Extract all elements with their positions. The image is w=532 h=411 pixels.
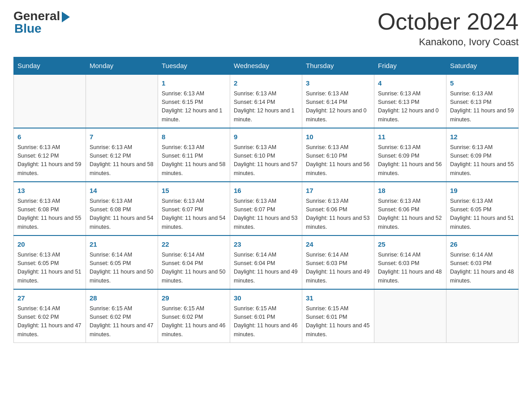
day-number: 10 [306,132,370,142]
calendar-cell: 11Sunrise: 6:13 AMSunset: 6:09 PMDayligh… [374,128,446,182]
day-info: Sunrise: 6:13 AMSunset: 6:09 PMDaylight:… [378,143,442,178]
col-friday: Friday [374,57,446,75]
col-tuesday: Tuesday [158,57,230,75]
location-title: Kanakono, Ivory Coast [378,36,519,48]
day-info: Sunrise: 6:13 AMSunset: 6:07 PMDaylight:… [162,197,226,232]
day-number: 19 [450,186,515,196]
day-number: 27 [17,293,82,304]
day-info: Sunrise: 6:13 AMSunset: 6:09 PMDaylight:… [450,143,515,178]
month-title: October 2024 [378,9,519,34]
logo-blue-text: Blue [14,21,42,36]
day-info: Sunrise: 6:13 AMSunset: 6:11 PMDaylight:… [162,143,226,178]
day-number: 12 [450,132,515,142]
calendar-cell: 10Sunrise: 6:13 AMSunset: 6:10 PMDayligh… [302,128,374,182]
day-number: 14 [90,186,154,196]
day-number: 1 [162,78,226,89]
calendar-cell: 1Sunrise: 6:13 AMSunset: 6:15 PMDaylight… [158,74,230,128]
calendar-header-row: Sunday Monday Tuesday Wednesday Thursday… [14,57,519,75]
logo: General Blue [13,9,70,36]
day-info: Sunrise: 6:15 AMSunset: 6:02 PMDaylight:… [162,304,226,339]
calendar-cell: 28Sunrise: 6:15 AMSunset: 6:02 PMDayligh… [86,289,158,343]
calendar-table: Sunday Monday Tuesday Wednesday Thursday… [13,57,519,343]
day-number: 26 [450,240,515,250]
day-number: 30 [234,293,298,304]
day-info: Sunrise: 6:14 AMSunset: 6:04 PMDaylight:… [162,251,226,286]
day-info: Sunrise: 6:14 AMSunset: 6:03 PMDaylight:… [378,251,442,286]
day-number: 29 [162,293,226,304]
calendar-cell: 6Sunrise: 6:13 AMSunset: 6:12 PMDaylight… [14,128,86,182]
day-number: 4 [378,78,442,89]
calendar-cell: 13Sunrise: 6:13 AMSunset: 6:08 PMDayligh… [14,182,86,235]
calendar-cell: 31Sunrise: 6:15 AMSunset: 6:01 PMDayligh… [302,289,374,343]
day-info: Sunrise: 6:13 AMSunset: 6:10 PMDaylight:… [234,143,298,178]
day-info: Sunrise: 6:13 AMSunset: 6:05 PMDaylight:… [17,251,82,286]
day-number: 21 [90,240,154,250]
col-sunday: Sunday [14,57,86,75]
day-info: Sunrise: 6:13 AMSunset: 6:08 PMDaylight:… [90,197,154,232]
calendar-cell: 15Sunrise: 6:13 AMSunset: 6:07 PMDayligh… [158,182,230,235]
day-info: Sunrise: 6:14 AMSunset: 6:04 PMDaylight:… [234,251,298,286]
day-number: 23 [234,240,298,250]
day-number: 3 [306,78,370,89]
page-header: General Blue October 2024 Kanakono, Ivor… [13,9,519,48]
calendar-cell: 14Sunrise: 6:13 AMSunset: 6:08 PMDayligh… [86,182,158,235]
calendar-cell: 20Sunrise: 6:13 AMSunset: 6:05 PMDayligh… [14,235,86,289]
logo-arrow-icon [62,12,70,22]
day-number: 28 [90,293,154,304]
day-info: Sunrise: 6:14 AMSunset: 6:03 PMDaylight:… [450,251,515,286]
day-number: 7 [90,132,154,142]
calendar-cell [14,74,86,128]
calendar-cell: 12Sunrise: 6:13 AMSunset: 6:09 PMDayligh… [446,128,519,182]
day-info: Sunrise: 6:13 AMSunset: 6:07 PMDaylight:… [234,197,298,232]
calendar-cell: 24Sunrise: 6:14 AMSunset: 6:03 PMDayligh… [302,235,374,289]
day-number: 5 [450,78,515,89]
day-info: Sunrise: 6:13 AMSunset: 6:06 PMDaylight:… [378,197,442,232]
calendar-cell: 19Sunrise: 6:13 AMSunset: 6:05 PMDayligh… [446,182,519,235]
day-info: Sunrise: 6:13 AMSunset: 6:13 PMDaylight:… [378,90,442,124]
calendar-cell: 4Sunrise: 6:13 AMSunset: 6:13 PMDaylight… [374,74,446,128]
day-number: 18 [378,186,442,196]
day-number: 31 [306,293,370,304]
title-section: October 2024 Kanakono, Ivory Coast [378,9,519,48]
week-row-3: 13Sunrise: 6:13 AMSunset: 6:08 PMDayligh… [14,182,519,235]
day-info: Sunrise: 6:13 AMSunset: 6:05 PMDaylight:… [450,197,515,232]
col-monday: Monday [86,57,158,75]
day-number: 13 [17,186,82,196]
week-row-2: 6Sunrise: 6:13 AMSunset: 6:12 PMDaylight… [14,128,519,182]
day-number: 8 [162,132,226,142]
day-number: 15 [162,186,226,196]
calendar-cell: 17Sunrise: 6:13 AMSunset: 6:06 PMDayligh… [302,182,374,235]
day-number: 20 [17,240,82,250]
day-number: 17 [306,186,370,196]
day-number: 6 [17,132,82,142]
calendar-cell [446,289,519,343]
day-info: Sunrise: 6:15 AMSunset: 6:01 PMDaylight:… [306,304,370,339]
day-info: Sunrise: 6:13 AMSunset: 6:12 PMDaylight:… [17,143,82,178]
calendar-cell: 18Sunrise: 6:13 AMSunset: 6:06 PMDayligh… [374,182,446,235]
calendar-cell: 25Sunrise: 6:14 AMSunset: 6:03 PMDayligh… [374,235,446,289]
calendar-cell: 30Sunrise: 6:15 AMSunset: 6:01 PMDayligh… [230,289,302,343]
calendar-cell: 23Sunrise: 6:14 AMSunset: 6:04 PMDayligh… [230,235,302,289]
day-info: Sunrise: 6:13 AMSunset: 6:06 PMDaylight:… [306,197,370,232]
calendar-cell: 3Sunrise: 6:13 AMSunset: 6:14 PMDaylight… [302,74,374,128]
col-wednesday: Wednesday [230,57,302,75]
calendar-cell: 8Sunrise: 6:13 AMSunset: 6:11 PMDaylight… [158,128,230,182]
calendar-cell [374,289,446,343]
calendar-cell: 7Sunrise: 6:13 AMSunset: 6:12 PMDaylight… [86,128,158,182]
day-info: Sunrise: 6:13 AMSunset: 6:14 PMDaylight:… [234,90,298,124]
calendar-cell: 26Sunrise: 6:14 AMSunset: 6:03 PMDayligh… [446,235,519,289]
day-info: Sunrise: 6:15 AMSunset: 6:01 PMDaylight:… [234,304,298,339]
day-info: Sunrise: 6:13 AMSunset: 6:15 PMDaylight:… [162,90,226,124]
day-number: 22 [162,240,226,250]
calendar-cell [86,74,158,128]
day-info: Sunrise: 6:14 AMSunset: 6:03 PMDaylight:… [306,251,370,286]
week-row-4: 20Sunrise: 6:13 AMSunset: 6:05 PMDayligh… [14,235,519,289]
day-info: Sunrise: 6:13 AMSunset: 6:14 PMDaylight:… [306,90,370,124]
calendar-cell: 9Sunrise: 6:13 AMSunset: 6:10 PMDaylight… [230,128,302,182]
calendar-cell: 21Sunrise: 6:14 AMSunset: 6:05 PMDayligh… [86,235,158,289]
calendar-cell: 27Sunrise: 6:14 AMSunset: 6:02 PMDayligh… [14,289,86,343]
week-row-5: 27Sunrise: 6:14 AMSunset: 6:02 PMDayligh… [14,289,519,343]
day-info: Sunrise: 6:13 AMSunset: 6:08 PMDaylight:… [17,197,82,232]
day-info: Sunrise: 6:13 AMSunset: 6:12 PMDaylight:… [90,143,154,178]
day-info: Sunrise: 6:14 AMSunset: 6:05 PMDaylight:… [90,251,154,286]
